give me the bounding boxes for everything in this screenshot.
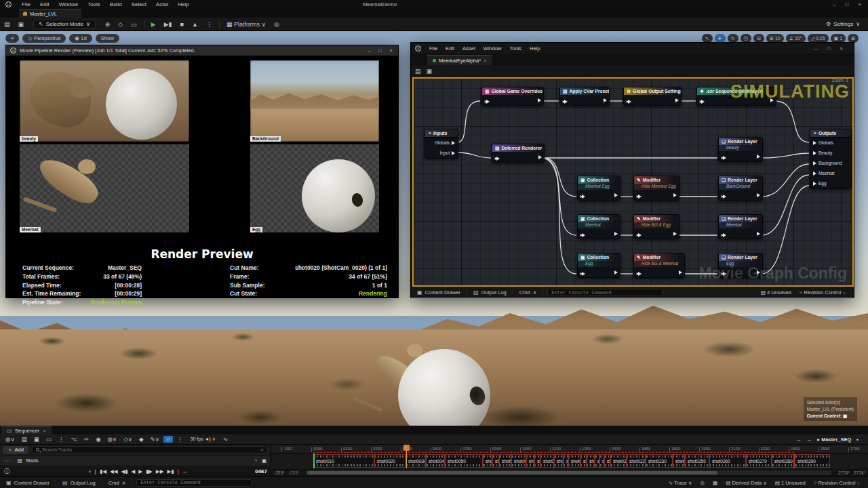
maximize-button[interactable]: □ xyxy=(378,47,382,54)
shot-clip-shot0170[interactable]: shot0170 xyxy=(587,454,595,468)
to-front-button[interactable]: ▮◀ xyxy=(100,468,106,474)
unsaved-badge[interactable]: ▤ 1 Unsaved xyxy=(775,480,806,486)
show-dropdown[interactable]: Show xyxy=(96,34,119,43)
shot-clip-shot0050[interactable]: shot0050 xyxy=(445,454,483,468)
graph-canvas[interactable]: ▥Global Game Overrides▤Apply CVar Preset… xyxy=(412,77,854,287)
output-pin[interactable] xyxy=(604,98,607,102)
playback-options-icon[interactable]: ◍∨ xyxy=(105,436,120,443)
play-button[interactable]: ▶ xyxy=(147,21,160,28)
derived-data-dropdown[interactable]: ▤ Derived Data ∨ xyxy=(726,480,767,486)
console-command-input[interactable] xyxy=(136,479,252,487)
content-browser-icon[interactable]: ▣ xyxy=(14,21,28,28)
maximize-button[interactable]: □ xyxy=(845,1,848,7)
output-log-button[interactable]: ▤Output Log xyxy=(56,477,102,488)
add-section-icon[interactable]: ＋ xyxy=(253,457,258,464)
node-modifier-hide-meerkat-egg[interactable]: ✎ModifierHide Meerkat Egg xyxy=(633,176,679,201)
node-collection-meerkat-egg[interactable]: ▣CollectionMeerkat Egg xyxy=(577,176,620,201)
output-pin[interactable] xyxy=(673,193,677,197)
input-pin[interactable] xyxy=(636,266,642,279)
input-pin[interactable] xyxy=(562,94,568,106)
memory-icon[interactable]: ▦ xyxy=(713,480,717,486)
eye-options-icon[interactable]: ◉ xyxy=(93,436,103,443)
blueprints-icon[interactable]: ◇ xyxy=(114,21,127,28)
fps-dropdown[interactable]: 30 fps ◄) ∨ xyxy=(187,436,219,442)
work-range-end[interactable]: 2774* xyxy=(838,470,850,475)
revision-control-dropdown[interactable]: ⑂ Revision Control ∨ xyxy=(814,480,860,486)
shot-clip-shot0230[interactable]: shot0230 xyxy=(646,454,673,468)
jump-back-button[interactable]: ◀◀ xyxy=(110,468,118,474)
node-render-layer-background[interactable]: ❏Render LayerBackGround xyxy=(718,176,763,201)
shot-clip-shot0250[interactable]: shot0250 xyxy=(685,454,709,468)
node-global-game-overrides[interactable]: ▥Global Game Overrides xyxy=(481,87,544,106)
node-inputs[interactable]: ≡InputsGlobalsInput xyxy=(425,129,458,159)
input-pin[interactable] xyxy=(494,151,500,163)
node-apply-cvar-preset[interactable]: ▤Apply CVar Preset xyxy=(559,87,610,106)
jump-fwd-button[interactable]: ▶▶ xyxy=(156,468,164,474)
settings-dropdown[interactable]: ⚙ Settings ∨ xyxy=(826,21,860,27)
edit-options-icon[interactable]: ✎∨ xyxy=(148,436,162,443)
console-command-input[interactable] xyxy=(547,289,663,296)
shot-clip-shot0020[interactable]: shot0020 xyxy=(374,454,406,468)
reverse-button[interactable]: ◀ xyxy=(131,468,135,474)
node-outputs-pin-egg[interactable]: Egg xyxy=(810,178,851,188)
trace-dropdown[interactable]: ∿ Trace ∨ xyxy=(669,480,692,486)
filter-icon[interactable]: ≡ xyxy=(260,447,263,452)
tab-close-icon[interactable]: × xyxy=(484,58,486,64)
playback-end-marker[interactable] xyxy=(793,453,795,468)
step-fwd-button[interactable]: ▮▶ xyxy=(146,468,153,474)
output-pin[interactable] xyxy=(679,270,682,274)
node-outputs-pin-background[interactable]: Background xyxy=(810,158,851,168)
to-end-button[interactable]: ▶▮ xyxy=(167,468,174,474)
close-button[interactable]: × xyxy=(840,45,843,52)
autokey-icon[interactable]: ◆ xyxy=(136,436,146,443)
content-drawer-button[interactable]: ▣Content Drawer xyxy=(411,287,467,298)
tab-close-icon[interactable]: × xyxy=(43,428,45,434)
stop-button[interactable]: ■ xyxy=(176,21,188,28)
render-movie-icon[interactable]: ▭ xyxy=(43,436,54,443)
shot-clip-shot0090[interactable]: shot0090 xyxy=(511,454,526,468)
input-pin[interactable] xyxy=(626,94,631,106)
render-window-titlebar[interactable]: U Movie Pipeline Render (Preview) [Job 1… xyxy=(6,45,398,56)
skip-button[interactable]: ▶▮ xyxy=(160,21,176,28)
shot-clip-shot0160[interactable]: shot0160 xyxy=(580,454,587,468)
save-icon[interactable]: ▤ xyxy=(0,21,14,28)
step-back-button[interactable]: ◀▮ xyxy=(121,468,127,474)
lit-dropdown[interactable]: ◉ Lit xyxy=(69,34,92,43)
maximize-button[interactable]: □ xyxy=(827,45,830,52)
tab-master-lvl[interactable]: Master_LVL xyxy=(19,9,81,18)
search-tracks-input[interactable]: Search Tracks ≡ xyxy=(31,446,268,453)
node-global-output-settings[interactable]: ⚙Global Output Settings xyxy=(623,87,682,106)
viewport-menu-button[interactable]: ≡ xyxy=(5,34,19,43)
set-start-button[interactable]: [ xyxy=(95,468,97,474)
node-collection-egg[interactable]: ▣CollectionEgg xyxy=(577,253,620,278)
save-icon[interactable]: ▤ xyxy=(19,436,30,443)
output-pin[interactable] xyxy=(538,98,541,102)
cinematics-icon[interactable]: ▭ xyxy=(127,21,141,28)
shot-clip-shot0120[interactable]: shot0120 xyxy=(540,454,554,468)
camera-icon[interactable]: ▣ xyxy=(262,458,267,464)
perspective-dropdown[interactable]: ◇ Perspective xyxy=(22,34,66,43)
output-pin[interactable] xyxy=(538,155,542,159)
shot-clip-shot0030[interactable]: shot0030 xyxy=(406,454,426,468)
output-pin[interactable] xyxy=(614,270,618,274)
shots-track-row[interactable]: ▪▪○ ▤ Shots ＋ ▣ xyxy=(0,455,271,465)
shot-clip-shot0070[interactable]: shot0070 xyxy=(492,454,499,468)
tab-sequencer[interactable]: ▭ Sequencer × xyxy=(1,426,52,434)
work-range-start[interactable]: -253* xyxy=(289,470,300,475)
record-button[interactable]: ● xyxy=(88,468,92,474)
input-pin[interactable] xyxy=(721,150,726,163)
node-modifier-hide-bg-egg[interactable]: ✎ModifierHide BG & Egg xyxy=(633,214,679,239)
close-button[interactable]: × xyxy=(858,1,861,7)
output-pin[interactable] xyxy=(675,98,679,102)
platforms-dropdown[interactable]: ▦ Platforms ∨ xyxy=(222,21,270,28)
output-pin[interactable] xyxy=(614,232,618,236)
unsaved-badge[interactable]: ▤ 4 Unsaved xyxy=(761,289,791,296)
shot-clip-shot0290[interactable]: shot0290 xyxy=(795,454,830,468)
current-frame-field[interactable]: 0467 xyxy=(255,468,267,474)
node-outputs-pin-globals[interactable]: Globals xyxy=(810,138,851,148)
wrench-icon[interactable]: ✑ xyxy=(81,436,92,443)
lock-icon[interactable]: ▪ xyxy=(856,436,859,443)
input-pin[interactable] xyxy=(580,189,585,201)
input-pin[interactable] xyxy=(484,94,490,106)
options-dots-icon[interactable]: ⋮ xyxy=(56,436,67,443)
